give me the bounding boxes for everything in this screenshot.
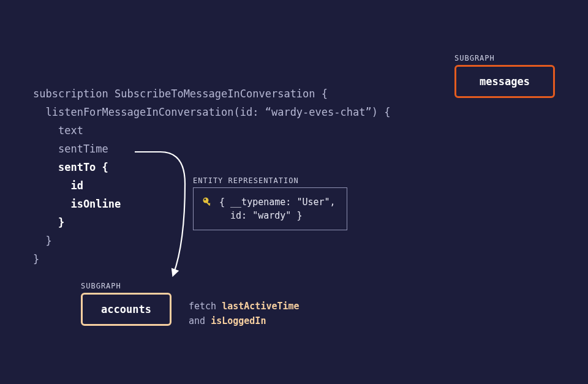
entity-representation-box: { __typename: "User", id: "wardy" } [193, 187, 347, 230]
code-line: } [33, 216, 64, 228]
code-line: id [33, 179, 83, 192]
code-line: listenForMessageInConversation(id: “ward… [33, 106, 390, 118]
code-line: } [33, 235, 52, 247]
code-line: } [33, 253, 39, 265]
graphql-subscription-code: subscription SubscribeToMessageInConvers… [33, 66, 390, 268]
entity-line: { __typename: "User", [219, 197, 336, 208]
code-line: text [33, 124, 83, 137]
code-line: isOnline [33, 198, 121, 210]
fetch-field: lastActiveTime [222, 301, 299, 312]
entity-representation-label: ENTITY REPRESENTATION [193, 176, 299, 185]
code-line: sentTo { [33, 161, 108, 173]
subgraph-label-accounts: SUBGRAPH [81, 282, 121, 290]
subgraph-label-messages: SUBGRAPH [454, 54, 495, 62]
fetch-joiner: and [189, 315, 211, 326]
entity-line: id: "wardy" } [219, 210, 302, 221]
svg-point-3 [204, 198, 206, 200]
code-line: sentTime [33, 143, 108, 155]
fetch-prefix: fetch [189, 301, 222, 312]
subgraph-messages-box: messages [454, 65, 555, 98]
code-line: subscription SubscribeToMessageInConvers… [33, 88, 328, 100]
fetch-field: isLoggedIn [211, 315, 266, 326]
subgraph-accounts-box: accounts [81, 293, 172, 326]
key-icon [202, 197, 213, 208]
fetch-description: fetch lastActiveTime and isLoggedIn [189, 299, 300, 328]
entity-representation-content: { __typename: "User", id: "wardy" } [219, 195, 336, 222]
